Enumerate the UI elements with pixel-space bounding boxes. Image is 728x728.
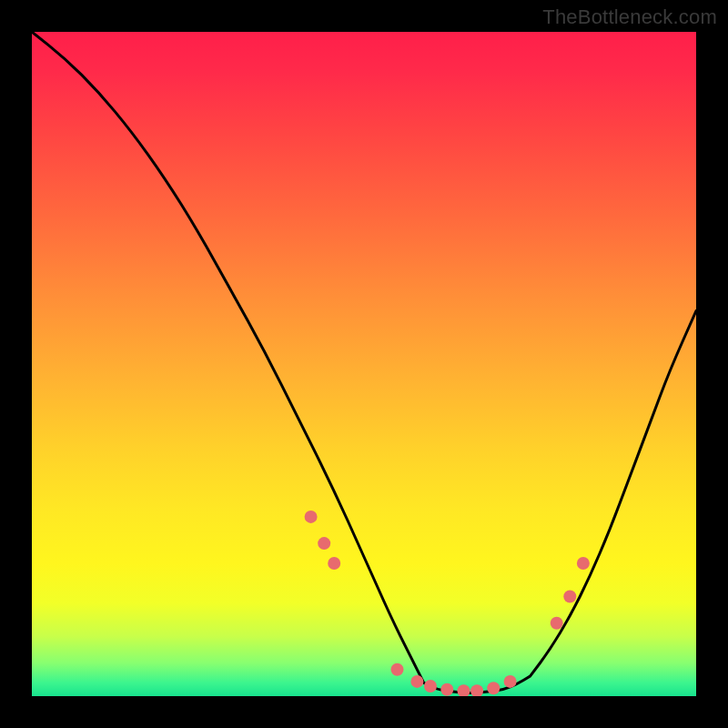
watermark-text: TheBottleneck.com [542,5,717,29]
valley-dot [458,684,470,696]
plot-area [32,32,696,696]
chart-container: TheBottleneck.com [0,0,728,728]
valley-dot [318,537,330,550]
valley-dot [504,675,517,688]
valley-dot [551,617,563,630]
valley-dot [328,557,340,570]
bottleneck-curve [32,32,696,693]
bottleneck-curve-path [32,32,696,693]
valley-dot [487,682,500,694]
valley-dot [470,684,483,696]
valley-dot [563,591,576,603]
valley-dot [391,663,404,676]
valley-dots-group [305,511,590,696]
valley-dot [577,557,590,570]
valley-dot [305,511,318,523]
curve-layer [32,32,696,696]
valley-dot [440,683,453,696]
valley-dot [424,680,437,693]
valley-dot [410,675,423,688]
